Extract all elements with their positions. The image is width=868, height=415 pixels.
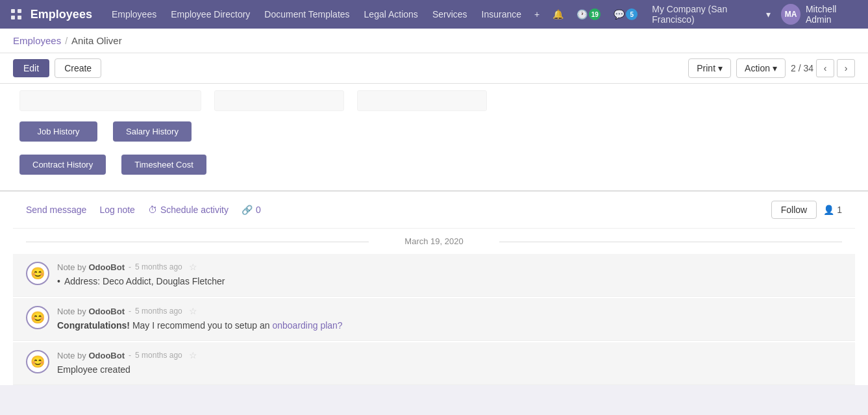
nav-legal-actions[interactable]: Legal Actions [358, 6, 425, 22]
message-header: Note by OdooBot - 5 months ago ☆ [57, 262, 842, 272]
edit-button[interactable]: Edit [13, 59, 49, 77]
avatar: 😊 [26, 306, 49, 329]
action-button[interactable]: Action ▾ [736, 58, 786, 78]
topnav-right-section: + 🔔 🕐 19 💬 5 My Company (San Francisco) … [530, 1, 860, 27]
message-timestamp: 5 months ago [135, 262, 182, 271]
message-timestamp: 5 months ago [135, 351, 182, 360]
avatar: 😊 [26, 350, 49, 373]
message-time: - [129, 351, 131, 360]
nav-document-templates[interactable]: Document Templates [258, 6, 356, 22]
salary-history-button[interactable]: Salary History [113, 121, 192, 142]
message-content: Address: Deco Addict, Douglas Fletcher [64, 275, 225, 288]
message-text: Employee created [57, 363, 842, 377]
message-body: Note by OdooBot - 5 months ago ☆ • Addre… [57, 262, 842, 288]
message-item: 😊 Note by OdooBot - 5 months ago ☆ [13, 254, 855, 297]
timesheet-cost-button[interactable]: Timesheet Cost [121, 155, 206, 175]
nav-employee-directory[interactable]: Employee Directory [164, 6, 256, 22]
links-button[interactable]: 🔗 0 [242, 205, 261, 215]
breadcrumb-current: Anita Oliver [71, 35, 122, 46]
top-navigation: Employees Employees Employee Directory D… [0, 0, 868, 29]
nav-employees[interactable]: Employees [105, 6, 163, 22]
follower-icon: 👤 [823, 205, 834, 215]
message-time: - [129, 307, 131, 316]
date-separator: March 19, 2020 [26, 229, 842, 254]
pagination-text: 2 / 34 [791, 63, 813, 73]
action-chevron: ▾ [773, 63, 777, 73]
chatter-right-actions: Follow 👤 1 [771, 201, 842, 219]
smart-buttons-row2: Contract History Timesheet Cost [19, 155, 849, 175]
nav-insurance[interactable]: Insurance [475, 6, 528, 22]
message-header: Note by OdooBot - 5 months ago ☆ [57, 306, 842, 316]
chatter-actions-bar: Send message Log note ⏱ Schedule activit… [13, 192, 855, 229]
send-message-button[interactable]: Send message [26, 205, 86, 215]
svg-rect-2 [11, 16, 15, 19]
message-item: 😊 Note by OdooBot - 5 months ago ☆ Emplo… [13, 342, 855, 385]
add-button[interactable]: + [530, 6, 543, 22]
breadcrumb-parent[interactable]: Employees [13, 35, 61, 46]
breadcrumb: Employees / Anita Oliver [0, 29, 868, 53]
job-history-button[interactable]: Job History [19, 121, 97, 142]
message-body: Note by OdooBot - 5 months ago ☆ Congrat… [57, 306, 842, 333]
chat-badge: 5 [626, 8, 638, 20]
message-author: Note by OdooBot [57, 307, 125, 316]
svg-rect-3 [18, 16, 21, 19]
date-separator-text: March 19, 2020 [404, 236, 463, 246]
message-text: • Address: Deco Addict, Douglas Fletcher [57, 275, 842, 288]
message-item: 😊 Note by OdooBot - 5 months ago ☆ Congr… [13, 298, 855, 341]
star-icon[interactable]: ☆ [189, 350, 197, 360]
smart-buttons-row1: Job History Salary History [19, 121, 849, 142]
create-button[interactable]: Create [55, 58, 101, 78]
log-note-label: Log note [99, 205, 135, 215]
company-chevron: ▾ [766, 9, 771, 19]
svg-rect-0 [11, 9, 15, 13]
message-timestamp: 5 months ago [135, 307, 182, 316]
svg-rect-1 [18, 9, 21, 13]
messages-area: 😊 Note by OdooBot - 5 months ago ☆ [13, 254, 855, 385]
nav-services[interactable]: Services [426, 6, 474, 22]
user-avatar[interactable]: MA [781, 4, 800, 25]
message-author: Note by OdooBot [57, 262, 125, 272]
message-body: Note by OdooBot - 5 months ago ☆ Employe… [57, 350, 842, 377]
log-note-button[interactable]: Log note [99, 205, 135, 215]
app-title: Employees [31, 8, 92, 21]
next-page-button[interactable]: › [837, 59, 855, 77]
link-icon: 🔗 [242, 205, 253, 215]
clock-badge: 19 [589, 8, 601, 20]
chat-icon[interactable]: 💬 5 [610, 6, 641, 23]
message-text: Congratulations! May I recommend you to … [57, 319, 842, 333]
breadcrumb-separator: / [65, 36, 68, 46]
clock-icon[interactable]: 🕐 19 [573, 6, 604, 23]
star-icon[interactable]: ☆ [189, 262, 197, 272]
onboarding-link[interactable]: onboarding plan? [272, 320, 342, 331]
company-name: My Company (San Francisco) [652, 4, 763, 25]
follower-count: 👤 1 [823, 205, 842, 215]
follow-button[interactable]: Follow [771, 201, 817, 219]
odoobot-icon: 😊 [31, 266, 45, 281]
main-content: Job History Salary History Contract Hist… [0, 84, 868, 385]
schedule-activity-button[interactable]: ⏱ Schedule activity [148, 205, 229, 215]
avatar: 😊 [26, 262, 49, 285]
contract-history-button[interactable]: Contract History [19, 155, 106, 175]
pagination: 2 / 34 ‹ › [791, 59, 855, 77]
notification-bell[interactable]: 🔔 [549, 6, 567, 22]
prev-page-button[interactable]: ‹ [816, 59, 834, 77]
print-label: Print [697, 63, 715, 73]
action-toolbar: Edit Create Print ▾ Action ▾ 2 / 34 ‹ › [0, 53, 868, 84]
smart-buttons-area: Job History Salary History Contract Hist… [19, 121, 849, 175]
star-icon[interactable]: ☆ [189, 306, 197, 316]
follower-number: 1 [837, 205, 842, 215]
user-name[interactable]: Mitchell Admin [806, 4, 860, 25]
links-count: 0 [256, 205, 261, 215]
company-selector[interactable]: My Company (San Francisco) ▾ [647, 1, 776, 27]
clock-schedule-icon: ⏱ [148, 205, 157, 215]
nav-links: Employees Employee Directory Document Te… [105, 6, 528, 22]
schedule-activity-label: Schedule activity [160, 205, 229, 215]
odoobot-icon: 😊 [31, 310, 45, 325]
message-time: - [129, 262, 131, 271]
chatter-section: Send message Log note ⏱ Schedule activit… [0, 191, 868, 385]
odoobot-icon: 😊 [31, 355, 45, 369]
grid-menu-icon[interactable] [8, 5, 25, 23]
message-author: Note by OdooBot [57, 351, 125, 360]
print-chevron: ▾ [718, 63, 723, 73]
print-button[interactable]: Print ▾ [688, 58, 731, 78]
